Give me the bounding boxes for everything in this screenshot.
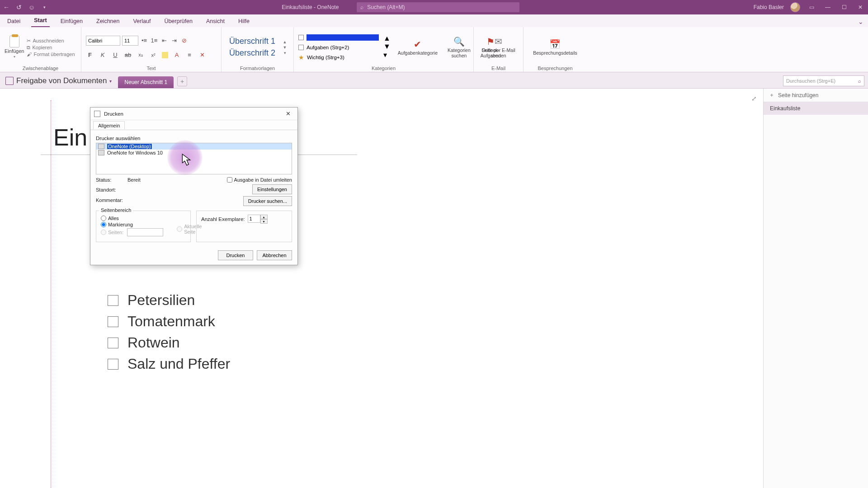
underline-button[interactable]: U: [111, 51, 119, 59]
numbering-icon[interactable]: 1≡: [150, 37, 158, 45]
nav-back-icon[interactable]: ←: [3, 4, 10, 11]
list-item[interactable]: Petersilien: [108, 292, 230, 309]
checkbox-icon[interactable]: [108, 338, 118, 348]
style-heading1[interactable]: Überschrift 1: [226, 36, 278, 47]
user-name[interactable]: Fabio Basler: [754, 4, 784, 10]
list-item[interactable]: Tomatenmark: [108, 313, 230, 330]
clear-format-icon[interactable]: ⊘: [180, 37, 188, 45]
user-avatar[interactable]: [790, 2, 800, 12]
spin-up-icon[interactable]: ▲: [260, 215, 268, 219]
notebook-search[interactable]: Durchsuchen (Strg+E) ⌕: [783, 75, 864, 86]
email-page-button[interactable]: ✉Seite per E-Mail senden: [478, 37, 519, 58]
maximize-button[interactable]: ☐: [839, 2, 849, 12]
tag-row-todo[interactable]: [298, 33, 379, 42]
font-size-select[interactable]: [122, 36, 138, 46]
margin-rule: [51, 100, 51, 488]
notes-pane-icon[interactable]: ▭: [807, 2, 816, 12]
copy-button[interactable]: ⧉Kopieren: [27, 45, 75, 51]
calendar-icon: 📅: [549, 39, 561, 49]
page-list-item[interactable]: Einkaufsliste: [764, 102, 868, 115]
list-item[interactable]: Rotwein: [108, 334, 230, 351]
tag-up-icon[interactable]: ▲: [383, 34, 391, 42]
radio-selection[interactable]: Markierung: [101, 222, 163, 227]
find-printer-button[interactable]: Drucker suchen...: [243, 196, 292, 206]
meeting-details-button[interactable]: 📅Besprechungsdetails: [530, 39, 580, 56]
menu-insert[interactable]: Einfügen: [58, 16, 85, 27]
menu-file[interactable]: Datei: [5, 16, 23, 27]
dialog-titlebar[interactable]: Drucken ✕: [90, 108, 297, 120]
brush-icon: 🖌: [27, 52, 32, 57]
label-select-printer: Drucker auswählen: [96, 136, 292, 141]
emoji-icon[interactable]: ☺: [28, 4, 35, 11]
checkbox-icon[interactable]: [108, 316, 118, 327]
minimize-button[interactable]: —: [823, 2, 833, 12]
menu-history[interactable]: Verlauf: [130, 16, 153, 27]
menu-review[interactable]: Überprüfen: [161, 16, 195, 27]
undo-icon[interactable]: ↺: [15, 4, 23, 11]
printer-icon: [98, 150, 104, 155]
strike-button[interactable]: ab: [124, 51, 132, 59]
subscript-button[interactable]: x₂: [137, 51, 145, 59]
add-section-button[interactable]: +: [177, 76, 187, 86]
font-color-button[interactable]: A: [173, 51, 181, 59]
menu-help[interactable]: Hilfe: [236, 16, 252, 27]
checkbox-icon[interactable]: [108, 359, 118, 370]
italic-button[interactable]: K: [99, 51, 107, 59]
highlight-button[interactable]: [162, 52, 168, 58]
spin-down-icon[interactable]: ▼: [260, 219, 268, 224]
indent-icon[interactable]: ⇥: [170, 37, 178, 45]
style-down-icon[interactable]: ▼: [283, 45, 287, 50]
align-button[interactable]: ≡: [185, 51, 193, 59]
copies-input[interactable]: [248, 215, 260, 223]
print-button[interactable]: Drucken: [218, 250, 253, 260]
menu-view[interactable]: Ansicht: [203, 16, 227, 27]
style-up-icon[interactable]: ▲: [283, 40, 287, 44]
list-item[interactable]: Salz und Pfeffer: [108, 356, 230, 372]
tag-row-tasks[interactable]: Aufgaben (Strg+2): [298, 43, 379, 52]
style-heading2[interactable]: Überschrift 2: [226, 47, 278, 59]
cancel-button[interactable]: Abbrechen: [257, 250, 292, 260]
bullets-icon[interactable]: •≡: [140, 37, 148, 45]
radio-all[interactable]: Alles: [101, 216, 163, 221]
add-page-button[interactable]: ＋ Seite hinzufügen: [764, 89, 868, 102]
printer-item-selected[interactable]: OneNote (Desktop): [96, 143, 292, 150]
search-box[interactable]: ⌕ Suchen (Alt+M): [357, 2, 519, 12]
style-more-icon[interactable]: ▾: [284, 51, 286, 55]
outdent-icon[interactable]: ⇤: [160, 37, 168, 45]
label-copies: Anzahl Exemplare:: [201, 216, 245, 222]
preferences-button[interactable]: Einstellungen: [252, 184, 292, 194]
bold-button[interactable]: F: [86, 51, 94, 59]
tag-down-icon[interactable]: ▼: [383, 42, 391, 50]
copies-spinner[interactable]: ▲▼: [248, 215, 268, 224]
task-category-button[interactable]: ✔Aufgabenkategorie: [395, 39, 440, 56]
superscript-button[interactable]: x²: [149, 51, 157, 59]
printer-list[interactable]: OneNote (Desktop) OneNote for Windows 10: [96, 143, 292, 174]
erase-button[interactable]: ✕: [198, 51, 206, 59]
tag-more-icon[interactable]: ▾: [383, 51, 387, 59]
tag-row-important[interactable]: ★Wichtig (Strg+3): [298, 53, 379, 62]
expand-page-icon[interactable]: ⤢: [751, 95, 757, 102]
qat-dropdown-icon[interactable]: ▾: [41, 4, 48, 11]
dialog-close-button[interactable]: ✕: [282, 109, 294, 118]
page-title[interactable]: Ein: [53, 124, 87, 151]
collapse-ribbon-icon[interactable]: ⌄: [858, 18, 863, 27]
ribbon: Einfügen ▾ ✂Ausschneiden ⧉Kopieren 🖌Form…: [0, 27, 868, 72]
menu-draw[interactable]: Zeichnen: [94, 16, 122, 27]
menu-strip: Datei Start Einfügen Zeichnen Verlauf Üb…: [0, 14, 868, 27]
menu-home[interactable]: Start: [31, 15, 49, 27]
find-tags-button[interactable]: 🔍Kategorien suchen: [445, 37, 473, 58]
notebook-dropdown[interactable]: Freigabe von Dokumenten ▾: [4, 76, 116, 88]
font-name-select[interactable]: [86, 36, 120, 46]
paste-button[interactable]: Einfügen ▾: [5, 36, 24, 59]
printer-item[interactable]: OneNote for Windows 10: [96, 150, 292, 156]
format-painter-button[interactable]: 🖌Format übertragen: [27, 52, 75, 57]
print-to-file-checkbox[interactable]: Ausgabe in Datei umleiten: [227, 177, 292, 183]
close-window-button[interactable]: ✕: [855, 2, 865, 12]
group-label-styles: Formatvorlagen: [226, 66, 289, 72]
cut-button[interactable]: ✂Ausschneiden: [27, 38, 75, 44]
tag-todo-highlight: [307, 34, 379, 41]
checkbox-icon[interactable]: [108, 295, 118, 306]
group-label-email: E-Mail: [478, 66, 519, 72]
tab-general[interactable]: Allgemein: [93, 121, 125, 130]
section-tab[interactable]: Neuer Abschnitt 1: [118, 76, 174, 88]
